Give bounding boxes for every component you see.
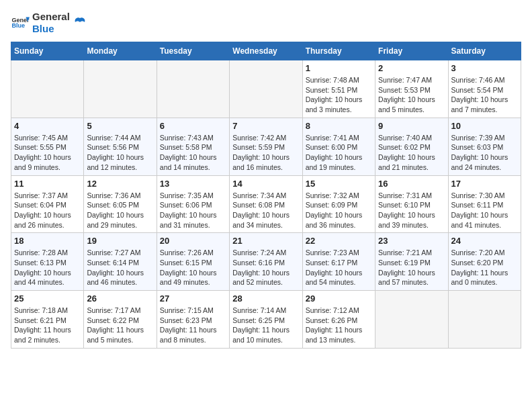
logo-general: General <box>32 11 70 23</box>
calendar-day-cell: 20Sunrise: 7:26 AMSunset: 6:15 PMDayligh… <box>157 233 229 291</box>
day-number: 12 <box>87 179 153 189</box>
day-info: Sunrise: 7:24 AMSunset: 6:16 PMDaylight:… <box>232 248 299 287</box>
calendar-day-cell: 26Sunrise: 7:17 AMSunset: 6:22 PMDayligh… <box>84 291 157 349</box>
day-info: Sunrise: 7:21 AMSunset: 6:19 PMDaylight:… <box>378 248 445 287</box>
day-number: 25 <box>14 293 81 304</box>
calendar-day-cell <box>448 291 521 349</box>
calendar-day-cell: 17Sunrise: 7:30 AMSunset: 6:11 PMDayligh… <box>448 175 521 233</box>
day-number: 13 <box>160 179 226 189</box>
calendar-day-cell: 12Sunrise: 7:36 AMSunset: 6:05 PMDayligh… <box>84 175 157 233</box>
day-number: 5 <box>87 121 153 131</box>
day-info: Sunrise: 7:28 AMSunset: 6:13 PMDaylight:… <box>14 248 81 287</box>
day-number: 6 <box>160 121 226 131</box>
calendar-day-cell: 23Sunrise: 7:21 AMSunset: 6:19 PMDayligh… <box>375 233 448 291</box>
page-header: General Blue General Blue <box>11 11 521 35</box>
svg-text:Blue: Blue <box>11 22 25 29</box>
weekday-header-tuesday: Tuesday <box>157 42 229 60</box>
day-number: 17 <box>451 179 518 189</box>
calendar-day-cell: 9Sunrise: 7:40 AMSunset: 6:02 PMDaylight… <box>375 118 448 175</box>
day-info: Sunrise: 7:46 AMSunset: 5:54 PMDaylight:… <box>451 75 518 115</box>
weekday-header-sunday: Sunday <box>11 42 84 60</box>
calendar-day-cell: 3Sunrise: 7:46 AMSunset: 5:54 PMDaylight… <box>448 60 521 118</box>
logo-icon: General Blue <box>11 13 30 32</box>
calendar-week-row: 11Sunrise: 7:37 AMSunset: 6:04 PMDayligh… <box>11 175 521 233</box>
day-number: 11 <box>14 179 81 189</box>
day-number: 15 <box>306 179 372 189</box>
calendar-day-cell: 5Sunrise: 7:44 AMSunset: 5:56 PMDaylight… <box>84 118 157 175</box>
calendar-week-row: 25Sunrise: 7:18 AMSunset: 6:21 PMDayligh… <box>11 291 521 349</box>
calendar-day-cell: 22Sunrise: 7:23 AMSunset: 6:17 PMDayligh… <box>302 233 375 291</box>
day-info: Sunrise: 7:12 AMSunset: 6:26 PMDaylight:… <box>306 306 372 345</box>
day-info: Sunrise: 7:44 AMSunset: 5:56 PMDaylight:… <box>87 133 153 173</box>
day-number: 2 <box>378 63 445 73</box>
day-info: Sunrise: 7:18 AMSunset: 6:21 PMDaylight:… <box>14 306 81 345</box>
day-info: Sunrise: 7:15 AMSunset: 6:23 PMDaylight:… <box>160 306 226 345</box>
day-number: 1 <box>306 63 372 73</box>
day-info: Sunrise: 7:23 AMSunset: 6:17 PMDaylight:… <box>306 248 372 287</box>
calendar-day-cell <box>230 60 302 118</box>
calendar-week-row: 4Sunrise: 7:45 AMSunset: 5:55 PMDaylight… <box>11 118 521 175</box>
day-info: Sunrise: 7:26 AMSunset: 6:15 PMDaylight:… <box>160 248 226 287</box>
calendar-day-cell: 13Sunrise: 7:35 AMSunset: 6:06 PMDayligh… <box>157 175 229 233</box>
calendar-day-cell: 4Sunrise: 7:45 AMSunset: 5:55 PMDaylight… <box>11 118 84 175</box>
calendar-day-cell: 28Sunrise: 7:14 AMSunset: 6:25 PMDayligh… <box>230 291 302 349</box>
day-number: 4 <box>14 121 81 131</box>
day-number: 29 <box>306 293 372 304</box>
day-info: Sunrise: 7:32 AMSunset: 6:09 PMDaylight:… <box>306 191 372 230</box>
day-info: Sunrise: 7:37 AMSunset: 6:04 PMDaylight:… <box>14 191 81 230</box>
day-info: Sunrise: 7:43 AMSunset: 5:58 PMDaylight:… <box>160 133 226 173</box>
day-info: Sunrise: 7:35 AMSunset: 6:06 PMDaylight:… <box>160 191 226 230</box>
day-info: Sunrise: 7:20 AMSunset: 6:20 PMDaylight:… <box>451 248 518 287</box>
day-info: Sunrise: 7:17 AMSunset: 6:22 PMDaylight:… <box>87 306 153 345</box>
calendar-day-cell: 29Sunrise: 7:12 AMSunset: 6:26 PMDayligh… <box>302 291 375 349</box>
day-number: 8 <box>306 121 372 131</box>
day-number: 28 <box>232 293 299 304</box>
calendar-day-cell: 27Sunrise: 7:15 AMSunset: 6:23 PMDayligh… <box>157 291 229 349</box>
calendar-day-cell: 15Sunrise: 7:32 AMSunset: 6:09 PMDayligh… <box>302 175 375 233</box>
day-info: Sunrise: 7:31 AMSunset: 6:10 PMDaylight:… <box>378 191 445 230</box>
day-info: Sunrise: 7:45 AMSunset: 5:55 PMDaylight:… <box>14 133 81 173</box>
day-info: Sunrise: 7:41 AMSunset: 6:00 PMDaylight:… <box>306 133 372 173</box>
day-number: 24 <box>451 236 518 246</box>
calendar-day-cell: 25Sunrise: 7:18 AMSunset: 6:21 PMDayligh… <box>11 291 84 349</box>
day-number: 20 <box>160 236 226 246</box>
day-number: 27 <box>160 293 226 304</box>
day-number: 9 <box>378 121 445 131</box>
calendar-day-cell: 24Sunrise: 7:20 AMSunset: 6:20 PMDayligh… <box>448 233 521 291</box>
day-info: Sunrise: 7:36 AMSunset: 6:05 PMDaylight:… <box>87 191 153 230</box>
calendar-day-cell: 10Sunrise: 7:39 AMSunset: 6:03 PMDayligh… <box>448 118 521 175</box>
calendar-week-row: 1Sunrise: 7:48 AMSunset: 5:51 PMDaylight… <box>11 60 521 118</box>
day-info: Sunrise: 7:34 AMSunset: 6:08 PMDaylight:… <box>232 191 299 230</box>
weekday-header-monday: Monday <box>84 42 157 60</box>
day-number: 26 <box>87 293 153 304</box>
logo-bird-icon <box>73 15 87 30</box>
calendar-day-cell <box>157 60 229 118</box>
day-info: Sunrise: 7:30 AMSunset: 6:11 PMDaylight:… <box>451 191 518 230</box>
day-info: Sunrise: 7:42 AMSunset: 5:59 PMDaylight:… <box>232 133 299 173</box>
day-number: 19 <box>87 236 153 246</box>
calendar-day-cell <box>11 60 84 118</box>
calendar-table: SundayMondayTuesdayWednesdayThursdayFrid… <box>11 42 521 349</box>
calendar-day-cell: 14Sunrise: 7:34 AMSunset: 6:08 PMDayligh… <box>230 175 302 233</box>
calendar-header-row: SundayMondayTuesdayWednesdayThursdayFrid… <box>11 42 521 60</box>
weekday-header-thursday: Thursday <box>302 42 375 60</box>
weekday-header-saturday: Saturday <box>448 42 521 60</box>
day-number: 23 <box>378 236 445 246</box>
day-info: Sunrise: 7:14 AMSunset: 6:25 PMDaylight:… <box>232 306 299 345</box>
day-info: Sunrise: 7:39 AMSunset: 6:03 PMDaylight:… <box>451 133 518 173</box>
calendar-day-cell: 1Sunrise: 7:48 AMSunset: 5:51 PMDaylight… <box>302 60 375 118</box>
day-number: 16 <box>378 179 445 189</box>
day-info: Sunrise: 7:48 AMSunset: 5:51 PMDaylight:… <box>306 75 372 115</box>
calendar-day-cell: 11Sunrise: 7:37 AMSunset: 6:04 PMDayligh… <box>11 175 84 233</box>
logo: General Blue General Blue <box>11 11 87 35</box>
calendar-day-cell <box>375 291 448 349</box>
calendar-week-row: 18Sunrise: 7:28 AMSunset: 6:13 PMDayligh… <box>11 233 521 291</box>
day-info: Sunrise: 7:40 AMSunset: 6:02 PMDaylight:… <box>378 133 445 173</box>
weekday-header-friday: Friday <box>375 42 448 60</box>
day-number: 18 <box>14 236 81 246</box>
day-number: 10 <box>451 121 518 131</box>
day-number: 14 <box>232 179 299 189</box>
calendar-day-cell: 18Sunrise: 7:28 AMSunset: 6:13 PMDayligh… <box>11 233 84 291</box>
calendar-day-cell: 6Sunrise: 7:43 AMSunset: 5:58 PMDaylight… <box>157 118 229 175</box>
day-number: 22 <box>306 236 372 246</box>
